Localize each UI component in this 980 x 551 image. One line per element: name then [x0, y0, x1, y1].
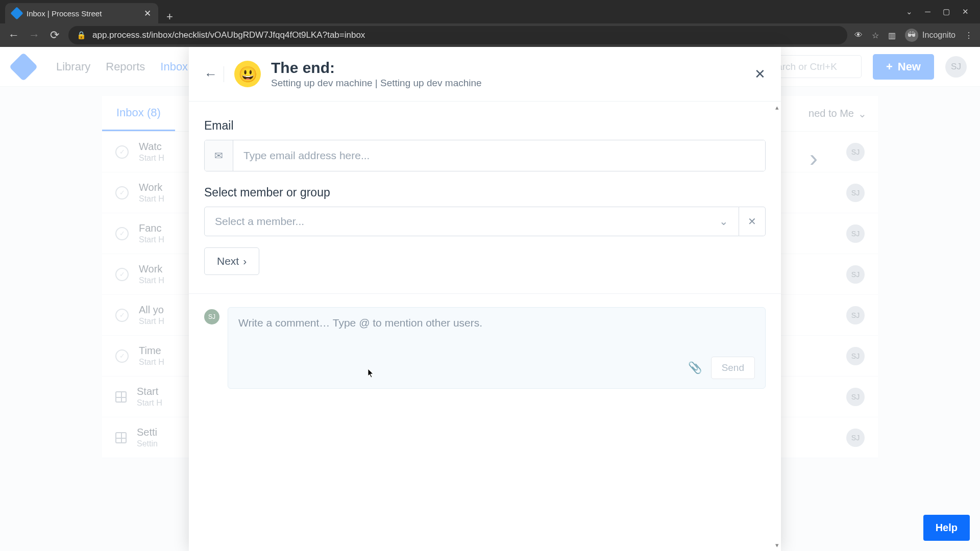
reload-icon[interactable]: ⟳	[48, 29, 61, 42]
address-bar: ← → ⟳ 🔒 app.process.st/inbox/checklist/v…	[0, 23, 980, 47]
email-field-wrap: ✉	[204, 140, 766, 171]
new-tab-button[interactable]: +	[158, 10, 181, 23]
tab-title: Inbox | Process Street	[27, 9, 102, 18]
browser-tab-strip: Inbox | Process Street ✕ + ⌄ ─ ▢ ✕	[0, 0, 980, 23]
email-input[interactable]	[233, 140, 765, 171]
attachment-icon[interactable]: 📎	[688, 361, 702, 374]
scroll-down-icon[interactable]: ▾	[775, 541, 779, 549]
scroll-up-icon[interactable]: ▴	[775, 104, 779, 111]
bookmark-icon[interactable]: ☆	[872, 31, 879, 40]
app-viewport: Library Reports Inbox 8 13 days left in …	[0, 47, 980, 551]
comment-section: SJ 📎 Send	[204, 307, 766, 389]
tab-search-icon[interactable]: ⌄	[906, 7, 913, 16]
task-emoji-icon: 😃	[234, 61, 261, 87]
envelope-icon: ✉	[205, 140, 233, 171]
tab-close-icon[interactable]: ✕	[144, 8, 151, 19]
next-task-arrow-icon[interactable]: ›	[810, 144, 818, 172]
modal-title: The end:	[271, 59, 482, 77]
window-controls: ⌄ ─ ▢ ✕	[895, 7, 980, 16]
extensions-icon[interactable]: ▥	[888, 31, 896, 40]
comment-avatar: SJ	[204, 309, 219, 324]
chevron-down-icon: ⌄	[719, 215, 728, 228]
modal-body: ▴ Email ✉ Select member or group Select …	[189, 102, 781, 551]
browser-tab[interactable]: Inbox | Process Street ✕	[5, 3, 158, 23]
member-label: Select member or group	[204, 186, 766, 199]
forward-icon[interactable]: →	[28, 29, 41, 42]
email-label: Email	[204, 119, 766, 133]
task-modal: ← 😃 The end: Setting up dev machine | Se…	[189, 47, 781, 551]
kebab-menu-icon[interactable]: ⋮	[965, 31, 973, 40]
window-close-icon[interactable]: ✕	[962, 7, 969, 16]
minimize-icon[interactable]: ─	[925, 7, 930, 16]
comment-input[interactable]	[238, 317, 755, 357]
incognito-badge[interactable]: 🕶 Incognito	[905, 29, 955, 42]
member-select[interactable]: Select a member... ⌄	[204, 207, 739, 236]
back-icon[interactable]: ←	[7, 29, 20, 42]
url-text: app.process.st/inbox/checklist/vOAUbgRDW…	[92, 30, 365, 40]
url-input[interactable]: 🔒 app.process.st/inbox/checklist/vOAUbgR…	[68, 26, 847, 44]
comment-box: 📎 Send	[228, 307, 766, 389]
member-select-wrap: Select a member... ⌄ ✕	[204, 207, 766, 236]
chevron-right-icon: ›	[243, 255, 247, 267]
divider	[189, 293, 781, 294]
favicon-icon	[10, 7, 23, 19]
incognito-icon: 🕶	[905, 29, 918, 42]
maximize-icon[interactable]: ▢	[943, 7, 950, 16]
clear-member-icon[interactable]: ✕	[739, 207, 766, 236]
send-button[interactable]: Send	[711, 357, 755, 379]
help-button[interactable]: Help	[923, 515, 970, 541]
lock-icon: 🔒	[77, 31, 86, 40]
eye-off-icon[interactable]: 👁	[854, 31, 863, 40]
modal-breadcrumb: Setting up dev machine | Setting up dev …	[271, 78, 482, 89]
close-icon[interactable]: ✕	[754, 66, 766, 82]
next-button[interactable]: Next ›	[204, 247, 259, 275]
back-arrow-icon[interactable]: ←	[204, 66, 224, 82]
modal-header: ← 😃 The end: Setting up dev machine | Se…	[189, 47, 781, 102]
